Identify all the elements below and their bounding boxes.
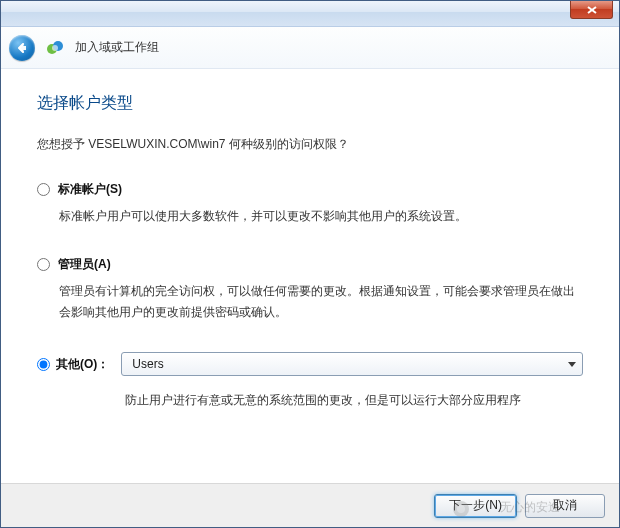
standard-desc: 标准帐户用户可以使用大多数软件，并可以更改不影响其他用户的系统设置。 — [59, 206, 583, 226]
close-icon — [587, 6, 597, 14]
radio-standard-label: 标准帐户(S) — [58, 181, 122, 198]
other-dropdown[interactable]: Users — [121, 352, 583, 376]
other-desc: 防止用户进行有意或无意的系统范围的更改，但是可以运行大部分应用程序 — [125, 390, 583, 410]
radio-admin-row[interactable]: 管理员(A) — [37, 256, 583, 273]
admin-desc: 管理员有计算机的完全访问权，可以做任何需要的更改。根据通知设置，可能会要求管理员… — [59, 281, 583, 322]
titlebar — [1, 1, 619, 27]
radio-other-row[interactable]: 其他(O)： — [37, 356, 109, 373]
content-area: 选择帐户类型 您想授予 VESELWUXIN.COM\win7 何种级别的访问权… — [1, 69, 619, 483]
option-standard: 标准帐户(S) 标准帐户用户可以使用大多数软件，并可以更改不影响其他用户的系统设… — [37, 181, 583, 226]
radio-other-label: 其他(O)： — [56, 356, 109, 373]
chevron-down-icon — [568, 362, 576, 367]
option-other: 其他(O)： Users 防止用户进行有意或无意的系统范围的更改，但是可以运行大… — [37, 352, 583, 410]
page-prompt: 您想授予 VESELWUXIN.COM\win7 何种级别的访问权限？ — [37, 136, 583, 153]
other-dropdown-value: Users — [132, 357, 163, 371]
radio-other[interactable] — [37, 358, 50, 371]
radio-standard-row[interactable]: 标准帐户(S) — [37, 181, 583, 198]
svg-point-4 — [52, 45, 58, 51]
footer: 下一步(N) 取消 — [1, 483, 619, 527]
radio-standard[interactable] — [37, 183, 50, 196]
next-button[interactable]: 下一步(N) — [434, 494, 517, 518]
option-admin: 管理员(A) 管理员有计算机的完全访问权，可以做任何需要的更改。根据通知设置，可… — [37, 256, 583, 322]
radio-admin-label: 管理员(A) — [58, 256, 111, 273]
header-row: 加入域或工作组 — [1, 27, 619, 69]
wizard-title: 加入域或工作组 — [75, 39, 159, 56]
back-button[interactable] — [9, 35, 35, 61]
close-button[interactable] — [570, 1, 613, 19]
radio-admin[interactable] — [37, 258, 50, 271]
wizard-icon — [45, 38, 65, 58]
cancel-button[interactable]: 取消 — [525, 494, 605, 518]
back-arrow-icon — [15, 41, 29, 55]
wizard-window: 加入域或工作组 选择帐户类型 您想授予 VESELWUXIN.COM\win7 … — [0, 0, 620, 528]
page-title: 选择帐户类型 — [37, 93, 583, 114]
